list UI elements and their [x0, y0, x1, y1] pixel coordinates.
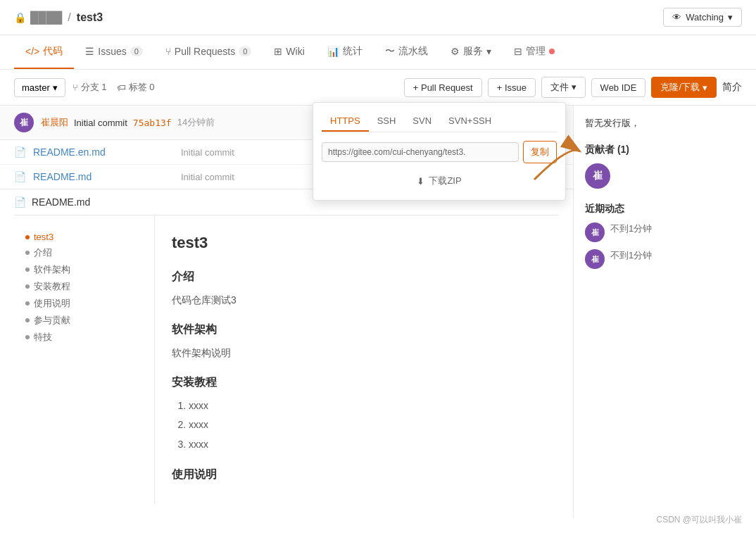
- clone-dropdown-icon: ▾: [703, 82, 707, 93]
- copy-button[interactable]: 复制: [523, 141, 557, 163]
- tab-wiki[interactable]: ⊞ Wiki: [263, 36, 315, 68]
- download-zip-label: 下载ZIP: [429, 175, 461, 187]
- tab-code[interactable]: </> 代码: [14, 35, 74, 69]
- clone-dropdown: HTTPS SSH SVN SVN+SSH https://gitee.com/…: [313, 102, 566, 201]
- toc-item-install[interactable]: 安装教程: [25, 278, 143, 295]
- repo-name: test3: [77, 11, 103, 24]
- file-icon: 📄: [14, 146, 26, 158]
- pr-badge: 0: [239, 46, 251, 56]
- install-list: xxxx xxxx xxxx: [172, 398, 542, 453]
- tab-pipeline[interactable]: 〜 流水线: [374, 35, 439, 69]
- clone-tab-svnplusssh[interactable]: SVN+SSH: [440, 111, 500, 132]
- service-dropdown-icon: ▾: [486, 46, 491, 57]
- tab-code-label: 代码: [43, 45, 63, 58]
- activity-avatar: 崔: [585, 222, 605, 242]
- service-icon: ⚙: [451, 46, 460, 57]
- tab-pipeline-label: 流水线: [398, 45, 428, 58]
- sidebar-release: 暂无发行版，: [585, 117, 745, 130]
- clone-url-input: https://gitee.com/cui-chenyang/test3.: [322, 142, 519, 162]
- file-name[interactable]: README.en.md: [33, 146, 174, 158]
- section-heading-usage: 使用说明: [172, 465, 542, 484]
- activity-title: 近期动态: [585, 203, 745, 215]
- section-content-arch: 软件架构说明: [172, 345, 542, 362]
- tab-service-label: 服务: [463, 45, 483, 58]
- watching-button[interactable]: 👁 Watching ▾: [663, 8, 742, 27]
- toc-item-tricks[interactable]: 特技: [25, 329, 143, 346]
- clone-button[interactable]: 克隆/下载 ▾: [651, 77, 717, 98]
- toc-item-intro[interactable]: 介绍: [25, 244, 143, 261]
- contributors-title: 贡献者 (1): [585, 144, 745, 156]
- readme-body: test3 介绍 软件架构 安装教程: [14, 215, 559, 503]
- commit-author: 崔晨阳: [41, 116, 68, 129]
- release-text: 暂无发行版，: [585, 118, 640, 128]
- readme-filename: README.md: [32, 196, 90, 208]
- pull-request-button[interactable]: + Pull Request: [404, 78, 482, 97]
- toolbar: master ▾ ⑂ 分支 1 🏷 标签 0 + Pull Request + …: [0, 70, 756, 106]
- download-icon: ⬇: [417, 176, 424, 187]
- section-content-intro: 代码仓库测试3: [172, 292, 542, 309]
- file-commit-msg: Initial commit: [181, 172, 234, 182]
- tag-icon: 🏷: [117, 82, 126, 93]
- clone-tab-https[interactable]: HTTPS: [322, 111, 369, 132]
- intro-label: 简介: [722, 81, 742, 94]
- top-header: 🔒 ████ / test3 👁 Watching ▾: [0, 0, 756, 35]
- toc-dot: [25, 235, 30, 239]
- toc-item-contribute[interactable]: 参与贡献: [25, 312, 143, 329]
- issues-icon: ☰: [85, 46, 94, 57]
- dropdown-arrow-icon: ▾: [728, 12, 733, 23]
- toc-label: 特技: [34, 331, 52, 344]
- branch-dropdown-icon: ▾: [53, 82, 58, 93]
- toc-item-usage[interactable]: 使用说明: [25, 295, 143, 312]
- clone-tabs: HTTPS SSH SVN SVN+SSH: [322, 111, 557, 132]
- commit-hash: 75ab13f: [133, 118, 172, 128]
- issue-button[interactable]: + Issue: [488, 78, 536, 97]
- sidebar-contributors: 贡献者 (1) 崔: [585, 144, 745, 189]
- lock-icon: 🔒: [14, 12, 26, 23]
- clone-tab-ssh[interactable]: SSH: [369, 111, 405, 132]
- list-item: xxxx: [189, 437, 542, 453]
- eye-icon: 👁: [672, 12, 681, 23]
- toc-bullet: [25, 335, 30, 339]
- file-button[interactable]: 文件 ▾: [541, 77, 586, 98]
- webide-button[interactable]: Web IDE: [591, 78, 646, 97]
- watermark: CSDN @可以叫我小崔: [656, 514, 742, 526]
- toc-item-test3[interactable]: test3: [25, 230, 143, 244]
- manage-dot-badge: [549, 49, 555, 54]
- nav-tabs: </> 代码 ☰ Issues 0 ⑂ Pull Requests 0 ⊞ Wi…: [0, 35, 756, 70]
- contributor-avatar[interactable]: 崔: [585, 163, 610, 189]
- commit-info: 崔晨阳 Initial commit 75ab13f 14分钟前: [41, 116, 215, 129]
- wiki-icon: ⊞: [274, 46, 282, 57]
- activity-text: 不到1分钟: [610, 222, 652, 235]
- slash: /: [68, 11, 70, 24]
- tag-count: 🏷 标签 0: [117, 81, 155, 94]
- clone-tab-svn[interactable]: SVN: [404, 111, 440, 132]
- download-zip-button[interactable]: ⬇ 下载ZIP: [322, 170, 557, 191]
- branch-button[interactable]: master ▾: [14, 78, 65, 97]
- toc-item-arch[interactable]: 软件架构: [25, 261, 143, 278]
- manage-icon: ⊟: [514, 46, 522, 57]
- toc-label: 软件架构: [34, 263, 70, 276]
- file-icon: 📄: [14, 171, 26, 182]
- tab-pr[interactable]: ⑂ Pull Requests 0: [154, 36, 263, 68]
- tab-manage[interactable]: ⊟ 管理: [503, 35, 566, 69]
- tab-issues[interactable]: ☰ Issues 0: [74, 36, 154, 68]
- commit-time: 14分钟前: [177, 116, 215, 129]
- readme-toc: test3 介绍 软件架构 安装教程: [14, 215, 155, 503]
- toc-label: 介绍: [34, 246, 52, 259]
- activity-avatar: 崔: [585, 249, 605, 269]
- tab-stats[interactable]: 📊 统计: [316, 35, 374, 69]
- tab-service[interactable]: ⚙ 服务 ▾: [439, 35, 503, 69]
- pipeline-icon: 〜: [385, 45, 395, 58]
- issues-badge: 0: [130, 46, 143, 56]
- toc-bullet: [25, 268, 30, 272]
- readme-content: test3 介绍 代码仓库测试3 软件架构 软件架构说明 安装教程 xxxx x…: [155, 215, 559, 503]
- toc-bullet: [25, 284, 30, 289]
- toc-bullet: [25, 251, 30, 255]
- org-name: ████: [30, 11, 62, 24]
- list-item: xxxx: [189, 398, 542, 415]
- file-dropdown-icon: ▾: [572, 82, 577, 92]
- file-name[interactable]: README.md: [33, 171, 174, 182]
- toolbar-right: + Pull Request + Issue 文件 ▾ Web IDE 克隆/下…: [404, 77, 742, 98]
- code-icon: </>: [25, 46, 39, 57]
- branch-name: master: [22, 82, 50, 93]
